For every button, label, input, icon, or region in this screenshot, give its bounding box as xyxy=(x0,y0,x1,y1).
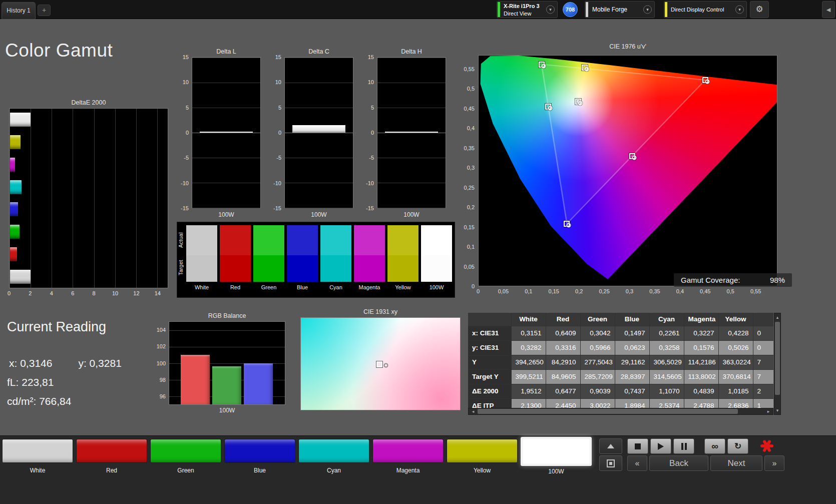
axis-tick-label: 15 xyxy=(275,54,281,60)
axis-tick-label: 10 xyxy=(368,79,374,85)
page-title: Color Gamut xyxy=(5,40,113,61)
delta-e-bar-100w xyxy=(10,270,31,284)
row-label: ΔE 2000 xyxy=(468,384,511,398)
pattern-button-white[interactable] xyxy=(2,439,73,463)
back-chevron-button[interactable]: « xyxy=(627,455,647,471)
display-control-dropdown[interactable]: Direct Display Control ▾ xyxy=(664,1,747,18)
next-button[interactable]: Next xyxy=(710,455,762,471)
table-cell: 114,2186 xyxy=(684,355,718,369)
swatch-target xyxy=(287,255,318,282)
measured-marker-cyan xyxy=(548,106,553,110)
scroll-down-icon[interactable]: ▾ xyxy=(774,407,780,414)
reading-y: y: 0,3281 xyxy=(78,357,121,369)
play-button[interactable] xyxy=(650,438,671,454)
axis-tick-label: 0,5 xyxy=(467,86,475,92)
table-horizontal-scrollbar[interactable]: ◂ ▸ xyxy=(468,408,773,415)
gridline xyxy=(192,208,260,208)
tab-history-1[interactable]: History 1 xyxy=(2,2,36,19)
settings-gear-icon[interactable]: ⚙ xyxy=(750,1,769,18)
table-cell: 3,0022 xyxy=(580,398,615,408)
pause-button[interactable] xyxy=(673,438,694,454)
swatch-label: Cyan xyxy=(320,284,351,290)
continuous-measure-button[interactable]: ∞ xyxy=(704,438,725,454)
swatch-target xyxy=(354,255,385,282)
gridline xyxy=(94,109,95,288)
measured-marker-white xyxy=(578,101,582,105)
measured-marker-red xyxy=(705,79,710,84)
pattern-button-cyan[interactable] xyxy=(298,439,369,463)
swatch-label: Red xyxy=(220,284,251,290)
pattern-button-yellow[interactable] xyxy=(447,439,518,463)
gridline xyxy=(169,347,285,347)
scroll-up-icon[interactable]: ▴ xyxy=(774,314,780,321)
table-cell: 2,4450 xyxy=(546,398,580,408)
axis-tick-label: -15 xyxy=(366,205,374,211)
swatch-red xyxy=(220,225,251,282)
chart-title: CIE 1931 xy xyxy=(300,308,461,315)
back-button[interactable]: Back xyxy=(649,455,708,471)
pattern-button-blue[interactable] xyxy=(224,439,295,463)
swatch-label: Blue xyxy=(287,284,318,290)
collapse-panel-icon[interactable]: ◀ xyxy=(822,1,835,18)
pattern-window-button[interactable] xyxy=(599,455,622,471)
axis-tick-label: 0,5 xyxy=(727,288,734,294)
axis-tick-label: -5 xyxy=(369,155,374,161)
gridline xyxy=(377,83,446,83)
axis-tick-label: 14 xyxy=(155,290,161,296)
table-cell: 370,6814 xyxy=(718,369,753,384)
axis-tick-label: 0,05 xyxy=(498,288,509,294)
reading-value: 0,3281 xyxy=(90,357,122,369)
swatch-100w xyxy=(421,225,452,282)
scroll-right-icon[interactable]: ▸ xyxy=(764,408,772,414)
bottom-bar: WhiteRedGreenBlueCyanMagentaYellow100W ∞… xyxy=(0,435,836,504)
refresh-button[interactable]: ↻ xyxy=(727,438,748,454)
table-row: ΔE ITP2,13002,44503,00221,89842,53742,47… xyxy=(468,398,773,408)
rgb-bar-green xyxy=(212,366,241,404)
axis-tick-label: 0,15 xyxy=(549,288,559,294)
scrollbar-thumb[interactable] xyxy=(775,322,780,395)
pattern-label: Green xyxy=(150,467,221,474)
scrollbar-thumb[interactable] xyxy=(478,409,738,414)
pattern-up-button[interactable] xyxy=(599,438,622,454)
rgb-bar-red xyxy=(181,355,210,404)
axis-tick-label: 0,1 xyxy=(525,288,532,294)
add-tab-button[interactable]: + xyxy=(38,5,51,16)
axis-tick-label: -10 xyxy=(366,180,374,186)
table-cell: 0,3282 xyxy=(511,340,546,355)
axis-tick-label: 0,35 xyxy=(649,288,660,294)
next-chevron-button[interactable]: » xyxy=(764,455,784,471)
gamut-coverage-label: Gamut Coverage: xyxy=(681,276,740,284)
measured-marker-magenta xyxy=(632,155,636,160)
swatch-actual xyxy=(320,225,351,255)
table-vertical-scrollbar[interactable]: ▴ ▾ xyxy=(774,313,781,415)
pattern-button-100w[interactable] xyxy=(521,437,592,466)
pattern-button-magenta[interactable] xyxy=(372,439,444,463)
measured-marker-blue xyxy=(567,223,571,227)
table-cell: 2,5374 xyxy=(649,398,684,408)
table-header: Magenta xyxy=(684,313,718,326)
axis-tick-label: 10 xyxy=(275,79,281,85)
table-cell: 314,5605 xyxy=(649,369,684,384)
table-cell: 0,3316 xyxy=(546,340,580,355)
swatch-white xyxy=(186,225,217,282)
swatch-cyan xyxy=(320,225,351,282)
stop-button[interactable] xyxy=(627,438,648,454)
table-cell: 2 xyxy=(753,384,773,398)
axis-tick-label: 0 xyxy=(186,130,189,136)
axis-tick-label: 2 xyxy=(29,290,32,296)
meter-dropdown[interactable]: X-Rite i1Pro 3 Direct View ▾ xyxy=(497,1,558,18)
pattern-source-dropdown[interactable]: Mobile Forge ▾ xyxy=(585,1,655,18)
gridline xyxy=(192,83,260,83)
chevron-down-icon: ▾ xyxy=(735,6,744,14)
pattern-button-red[interactable] xyxy=(76,439,147,463)
pause-bar xyxy=(681,443,683,450)
reading-value: 0,3146 xyxy=(20,357,52,369)
gamut-triangle-outline xyxy=(479,56,777,286)
scroll-left-icon[interactable]: ◂ xyxy=(469,408,477,414)
gridline xyxy=(73,109,73,288)
axis-tick-label: 0,2 xyxy=(575,288,583,294)
row-label-actual: Actual xyxy=(178,225,185,255)
row-label-target: Target xyxy=(178,253,185,282)
swatch-label: Magenta xyxy=(354,284,385,290)
pattern-button-green[interactable] xyxy=(150,439,221,463)
